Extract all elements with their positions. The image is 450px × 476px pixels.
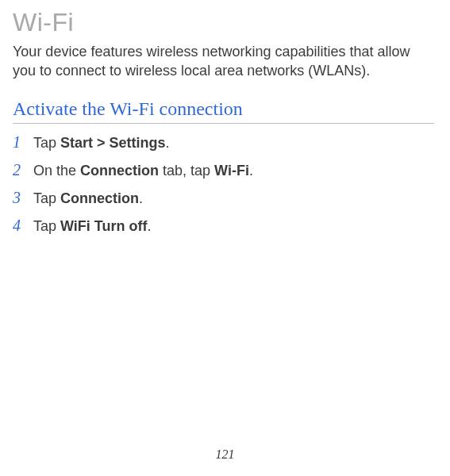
step-prefix: Tap <box>33 135 60 151</box>
step-number: 1 <box>13 133 25 152</box>
step-bold-2: Wi-Fi <box>214 163 249 178</box>
step-text: Tap Connection. <box>33 190 434 207</box>
step-bold: WiFi Turn off <box>60 218 147 234</box>
intro-paragraph: Your device features wireless networking… <box>13 42 434 81</box>
step-prefix: Tap <box>33 218 60 234</box>
step-suffix: . <box>139 190 143 206</box>
section-title: Wi-Fi <box>13 8 434 37</box>
step-suffix: . <box>249 163 253 178</box>
step-text: Tap WiFi Turn off. <box>33 218 434 235</box>
step-number: 4 <box>13 217 25 235</box>
step-text: On the Connection tab, tap Wi-Fi. <box>33 163 434 179</box>
step-middle: tab, tap <box>159 163 214 178</box>
step-bold-1: Connection <box>80 163 159 178</box>
divider <box>13 123 434 124</box>
step-prefix: On the <box>33 163 80 178</box>
step-suffix: . <box>166 135 170 151</box>
step-number: 2 <box>13 161 25 179</box>
step-text: Tap Start > Settings. <box>33 135 434 152</box>
step-suffix: . <box>148 218 152 234</box>
step-4: 4 Tap WiFi Turn off. <box>13 217 434 235</box>
step-bold: Start > Settings <box>60 135 166 151</box>
page-number: 121 <box>216 447 235 462</box>
step-1: 1 Tap Start > Settings. <box>13 133 434 152</box>
step-number: 3 <box>13 189 25 207</box>
step-3: 3 Tap Connection. <box>13 189 434 207</box>
step-prefix: Tap <box>33 190 60 206</box>
subsection-title: Activate the Wi-Fi connection <box>13 98 434 120</box>
step-bold: Connection <box>60 190 139 206</box>
step-2: 2 On the Connection tab, tap Wi-Fi. <box>13 161 434 179</box>
